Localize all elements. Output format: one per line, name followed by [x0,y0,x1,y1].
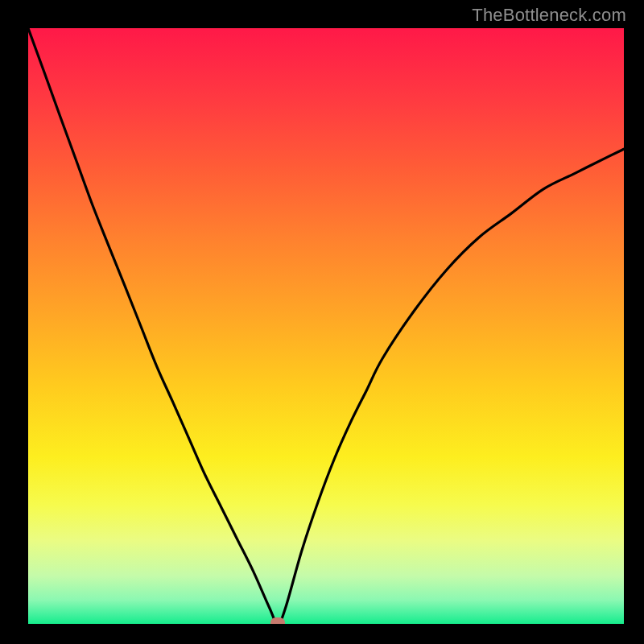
watermark-text: TheBottleneck.com [472,5,626,26]
minimum-marker-icon [270,617,285,624]
chart-frame: TheBottleneck.com [0,0,644,644]
bottleneck-curve [28,28,624,624]
plot-area [28,28,624,624]
